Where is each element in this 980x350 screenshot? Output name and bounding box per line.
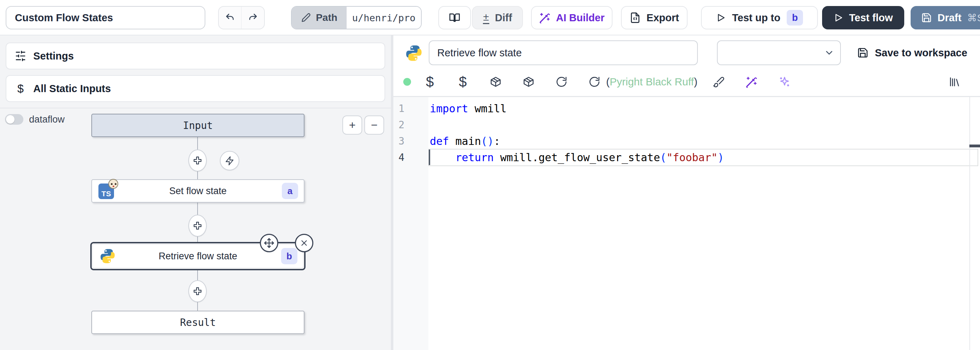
code-line[interactable]: import wmill [430,101,980,117]
play-icon [834,13,843,23]
flow-title-input[interactable]: Custom Flow States [6,6,205,29]
move-icon [264,238,274,248]
file-code-icon [630,12,641,23]
topbar: Custom Flow States Path u/henri/pro ± [0,0,980,35]
step-b-label: Retrieve flow state [159,251,237,262]
insert-step-button[interactable] [188,215,207,237]
book-open-icon [449,12,460,23]
package-icon[interactable] [523,76,535,88]
draft-label: Draft [937,12,962,24]
test-flow-button[interactable]: Test flow [822,6,904,29]
python-icon [100,248,115,264]
path-button[interactable]: Path u/henri/pro [291,6,422,29]
all-static-inputs-button[interactable]: $ All Static Inputs [6,75,385,102]
language-assistants-note: (Pyright Black Ruff) [606,76,697,88]
test-up-to-button[interactable]: Test up to b [701,6,818,29]
path-label-segment: Path [292,7,347,29]
delete-step-button[interactable] [295,234,313,252]
save-to-workspace-label: Save to workspace [875,47,967,59]
sparkles-icon[interactable] [778,76,791,88]
line-number: 4 [393,150,410,166]
typescript-icon: TS [99,184,114,199]
dollar-icon: $ [15,82,26,95]
resources-dollar-icon[interactable]: $ [459,74,467,90]
flow-panel: Settings $ All Static Inputs dataflow In… [0,35,391,350]
bun-icon [108,179,118,189]
trigger-button[interactable] [220,151,239,170]
text-cursor [429,150,430,165]
plus-icon: + [349,119,356,132]
editor-toolbar: $ $ (Pyright Black Ruff) [393,71,980,93]
save-icon [921,13,932,23]
toggle-knob [6,115,14,124]
step-name-input[interactable]: Retrieve flow state [429,40,698,65]
diff-button[interactable]: ± Diff [472,6,523,29]
library-icon[interactable] [948,76,961,88]
pencil-icon [301,13,311,23]
test-up-to-step-badge: b [787,10,803,26]
line-number: 1 [393,101,410,117]
format-brush-icon[interactable] [713,76,725,88]
save-icon [857,47,869,58]
redo-icon [248,13,258,23]
variables-dollar-icon[interactable]: $ [426,74,434,90]
line-number: 3 [393,133,410,150]
flow-result-node[interactable]: Result [91,311,304,334]
flow-settings-button[interactable]: Settings [6,43,385,69]
plus-icon [192,155,202,165]
panel-splitter[interactable] [391,35,393,350]
package-icon[interactable] [490,76,502,88]
step-node-a[interactable]: TS Set flow state a [91,179,304,203]
flow-input-node[interactable]: Input [91,114,304,137]
ai-builder-button[interactable]: AI Builder [531,6,612,29]
move-step-button[interactable] [260,234,278,252]
ai-wand-icon[interactable] [746,76,758,88]
code-editor[interactable]: 1234 import wmilldef main(): return wmil… [393,97,980,350]
undo-redo-group [218,6,265,29]
insert-step-button[interactable] [188,150,207,171]
gutter-numbers: 1234 [393,97,428,350]
plus-icon [192,221,202,231]
save-draft-button[interactable]: Draft ⌘S [911,6,980,29]
diff-label: Diff [495,12,512,24]
insert-step-button[interactable] [188,280,207,302]
step-editor-panel: Retrieve flow state Save to workspace $ … [393,35,980,350]
step-a-badge: a [282,183,298,199]
minus-icon: − [371,119,378,132]
input-node-label: Input [183,120,213,131]
redo-button[interactable] [242,7,264,29]
diff-icon: ± [483,12,489,24]
graph-divider [0,108,391,109]
sliders-icon [15,50,26,62]
export-label: Export [646,12,679,24]
dataflow-toggle[interactable] [5,114,23,125]
line-number: 2 [393,117,410,133]
code-line[interactable]: def main(): [430,133,980,150]
path-label: Path [316,12,337,23]
settings-label: Settings [33,50,74,62]
ai-builder-label: AI Builder [556,12,605,24]
export-button[interactable]: Export [621,6,687,29]
chevron-down-icon [824,48,835,58]
static-inputs-label: All Static Inputs [33,83,111,94]
code-content[interactable]: import wmilldef main(): return wmill.get… [430,97,980,350]
close-icon [299,238,309,248]
language-select[interactable] [717,40,841,65]
status-dot-icon [403,78,411,86]
play-icon [716,13,726,23]
code-line[interactable]: return wmill.get_flow_user_state("foobar… [430,150,980,166]
result-node-label: Result [180,317,216,328]
test-flow-label: Test flow [849,12,893,24]
zoom-in-button[interactable]: + [342,115,362,134]
wand-icon [539,12,550,23]
reload-icon[interactable] [555,76,568,88]
save-to-workspace-button[interactable]: Save to workspace [857,40,967,65]
zoom-out-button[interactable]: − [364,115,384,134]
code-line[interactable] [430,117,980,133]
step-name-value: Retrieve flow state [437,47,522,59]
flow-title-text: Custom Flow States [15,12,113,24]
undo-button[interactable] [219,7,242,29]
docs-button[interactable] [438,6,471,29]
plus-icon [192,286,202,296]
reload-icon[interactable] [589,76,600,88]
